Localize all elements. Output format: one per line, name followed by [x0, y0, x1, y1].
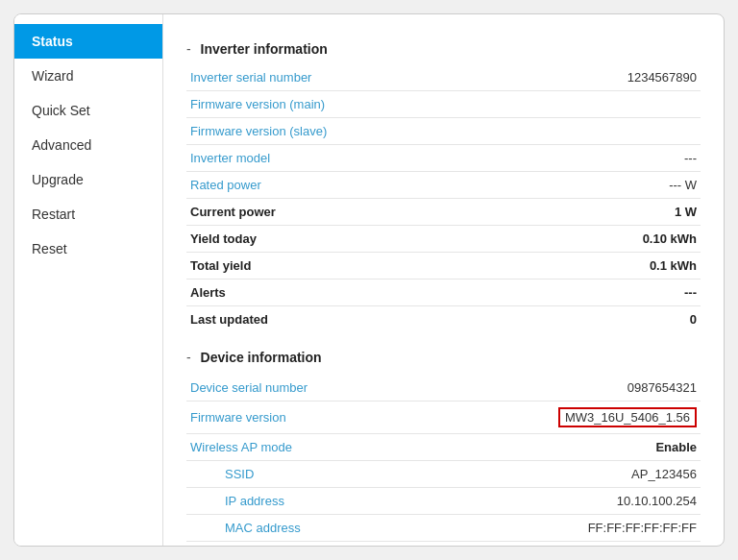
- table-row: Inverter model---: [186, 145, 701, 172]
- firmware-highlight: MW3_16U_5406_1.56: [558, 407, 697, 427]
- row-label: IP address: [186, 488, 469, 515]
- sidebar-item-advanced[interactable]: Advanced: [14, 128, 162, 162]
- sidebar-item-upgrade[interactable]: Upgrade: [14, 162, 162, 197]
- row-value: [469, 91, 701, 118]
- row-value: [469, 118, 701, 145]
- row-label: Inverter model: [186, 145, 469, 172]
- row-value: Enable: [469, 542, 701, 547]
- table-row: Last updated0: [186, 306, 701, 333]
- table-row: Firmware version (slave): [186, 118, 701, 145]
- table-row: MAC addressFF:FF:FF:FF:FF:FF: [186, 515, 701, 542]
- table-row: Wireless AP modeEnable: [186, 434, 701, 461]
- row-label: SSID: [186, 461, 469, 488]
- row-value: Enable: [469, 434, 701, 461]
- row-label: Wireless STA mode: [186, 542, 469, 547]
- device-table: Device serial number0987654321Firmware v…: [186, 375, 701, 546]
- row-label: Wireless AP mode: [186, 434, 469, 461]
- sidebar-item-wizard[interactable]: Wizard: [14, 59, 162, 93]
- sidebar: StatusWizardQuick SetAdvancedUpgradeRest…: [14, 14, 163, 546]
- row-value: 0.10 kWh: [469, 226, 701, 253]
- row-value: AP_123456: [469, 461, 701, 488]
- device-section-title: - Device information: [186, 350, 701, 365]
- table-row: Total yield0.1 kWh: [186, 253, 701, 280]
- row-value: ---: [469, 145, 701, 172]
- row-label: Total yield: [186, 253, 469, 280]
- table-row: Rated power--- W: [186, 172, 701, 199]
- sidebar-item-restart[interactable]: Restart: [14, 197, 162, 231]
- table-row: Firmware version (main): [186, 91, 701, 118]
- row-label: Firmware version (slave): [186, 118, 469, 145]
- row-value: 0: [469, 306, 701, 333]
- row-label: Current power: [186, 199, 469, 226]
- sidebar-item-status[interactable]: Status: [14, 24, 162, 59]
- main-content: - Inverter informationInverter serial nu…: [163, 14, 724, 546]
- row-value: 0.1 kWh: [469, 253, 701, 280]
- row-value: 10.10.100.254: [469, 488, 701, 515]
- table-row: Inverter serial number1234567890: [186, 64, 701, 91]
- sidebar-item-quickset[interactable]: Quick Set: [14, 93, 162, 128]
- sidebar-item-reset[interactable]: Reset: [14, 231, 162, 266]
- row-label: Alerts: [186, 280, 469, 306]
- row-value: 1234567890: [469, 64, 701, 91]
- inverter-table: Inverter serial number1234567890Firmware…: [186, 64, 701, 332]
- table-row: SSIDAP_123456: [186, 461, 701, 488]
- row-value: MW3_16U_5406_1.56: [469, 402, 701, 434]
- main-container: StatusWizardQuick SetAdvancedUpgradeRest…: [13, 13, 725, 547]
- table-row: IP address10.10.100.254: [186, 488, 701, 515]
- row-label: MAC address: [186, 515, 469, 542]
- table-row: Yield today0.10 kWh: [186, 226, 701, 253]
- row-value: --- W: [469, 172, 701, 199]
- table-row: Device serial number0987654321: [186, 375, 701, 402]
- table-row: Alerts---: [186, 280, 701, 306]
- inverter-section-title: - Inverter information: [186, 41, 701, 57]
- row-value: ---: [469, 280, 701, 306]
- table-row: Wireless STA modeEnable: [186, 542, 701, 547]
- row-label: Last updated: [186, 306, 469, 333]
- row-label: Rated power: [186, 172, 469, 199]
- table-row: Firmware versionMW3_16U_5406_1.56: [186, 402, 701, 434]
- row-label: Device serial number: [186, 375, 469, 402]
- row-value: 0987654321: [469, 375, 701, 402]
- table-row: Current power1 W: [186, 199, 701, 226]
- row-label: Firmware version: [186, 402, 469, 434]
- row-value: 1 W: [469, 199, 701, 226]
- row-label: Yield today: [186, 226, 469, 253]
- row-label: Firmware version (main): [186, 91, 469, 118]
- row-label: Inverter serial number: [186, 64, 469, 91]
- row-value: FF:FF:FF:FF:FF:FF: [469, 515, 701, 542]
